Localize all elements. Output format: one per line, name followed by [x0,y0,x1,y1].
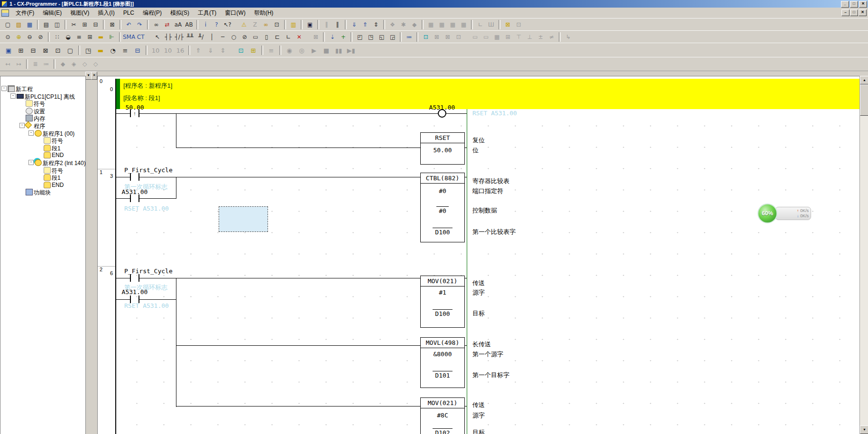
ladder-editor[interactable]: [程序名 : 新程序1] [段名称 : 段1] 0 0 50.00 ↑ A531… [97,76,860,434]
window-properties-button[interactable]: ▢ [64,45,76,56]
tree-item-program2-section1[interactable]: 段1 [0,174,85,181]
instruction-block-ctbl[interactable]: CTBL(882) #0 #0 D100 [420,173,465,242]
go-to-next-reference-button[interactable]: ◱ [376,32,387,42]
instruction-operand[interactable]: #8C [421,411,464,419]
tree-item-program2-symbols[interactable]: 符号 [0,166,85,174]
new-horizontal-button[interactable]: ─ [217,32,228,42]
tree-item-program1-symbols[interactable]: 符号 [0,137,85,144]
work-online-simulator-2-button[interactable]: ⊡ [235,45,247,56]
toggle-watch-window-button[interactable]: ⊟ [27,45,39,56]
tree-item-program2-end[interactable]: END [0,181,85,188]
new-or-closed-contact-button[interactable]: ╨/ [195,32,206,42]
new-closed-contact-button[interactable]: ┤/├ [174,32,185,42]
instruction-operand[interactable]: D100 [421,228,464,236]
show-local-symbols-button[interactable]: ⊩ [106,32,117,42]
go-to-output-button[interactable]: ◳ [365,32,376,42]
show-rung-annotations-button[interactable]: ≡ [74,32,84,42]
new-or-contact-button[interactable]: ╨╨ [185,32,195,42]
pause-button[interactable]: ‖ [332,20,343,30]
new-fb-parameter-button[interactable]: ⊏ [272,32,283,42]
new-fb-invocation-button[interactable]: ▯ [261,32,272,42]
cut-button[interactable]: ✂ [68,20,79,30]
menu-view[interactable]: 视图(V) [66,8,93,18]
go-to-previous-jump-button[interactable]: ◲ [387,32,398,42]
tree-item-memory[interactable]: 内存 [0,114,85,121]
zoom-out-button[interactable]: ⊖ [24,32,35,42]
instruction-block-mov[interactable]: MOV(021) #1 D100 [420,276,465,328]
show-address-reference-button[interactable]: ⊡ [420,32,431,42]
output-coil[interactable] [438,109,446,118]
contact-operand[interactable]: P_First_Cycle [124,166,173,174]
contact[interactable] [130,274,139,282]
instruction-operand[interactable]: 50.00 [421,146,464,154]
redo-button[interactable]: ↷ [134,20,145,30]
show-symbol-bar-button[interactable]: ▬ [95,32,106,42]
tree-item-project-root[interactable]: -新工程 [0,85,85,92]
tree-expander-icon[interactable]: - [28,130,34,136]
zoom-to-fit-button[interactable]: ⊙ [2,32,13,42]
print-button[interactable]: ▤ [41,20,52,30]
show-rung-comments-button[interactable]: ◒ [63,32,74,42]
menu-window[interactable]: 窗口(W) [221,8,249,18]
program-check-button[interactable]: ∞ [260,20,271,30]
new-contact-button[interactable]: ┤├ [163,32,174,42]
toggle-cross-reference-button[interactable]: ⊠ [39,45,52,56]
menu-insert[interactable]: 插入(I) [93,8,119,18]
print-preview-button[interactable]: ◫ [52,20,63,30]
tree-expander-icon[interactable]: - [28,160,34,165]
menu-simulation[interactable]: 模拟(S) [166,8,194,18]
tree-item-programs[interactable]: -程序 [0,122,85,129]
contact-operand[interactable]: P_First_Cycle [124,268,173,275]
contact[interactable] [130,173,139,181]
menu-file[interactable]: 文件(F) [11,8,38,18]
view-ct-button[interactable]: CT [135,32,146,42]
view-mnemonics-button[interactable]: SMA [123,32,135,42]
tree-item-program1[interactable]: -新程序1 (00) [0,129,85,137]
toggle-address-reference-button[interactable]: ⊡ [52,45,64,56]
tree-expander-icon[interactable]: - [1,86,7,91]
change-all-button[interactable]: ⇄ [162,20,173,30]
compile-program-button[interactable]: ⇣ [327,32,338,42]
help-button[interactable]: ? [211,20,222,30]
tree-item-function-blocks[interactable]: 功能块 [0,188,85,195]
toggle-output-window-button[interactable]: ⊞ [15,45,27,56]
toggle-project-workspace-button[interactable]: ▣ [2,45,15,56]
show-io-table-button[interactable]: ⊟ [131,45,144,56]
speed-overlay-ball[interactable]: 60% [757,203,777,223]
go-to-input-button[interactable]: ◰ [354,32,365,42]
instruction-block-mov-2[interactable]: MOV(021) #8C D102 [420,397,465,434]
mdi-close-button[interactable]: ✕ [859,9,867,16]
show-section-list-button[interactable]: ≡ [119,45,131,56]
show-monitor-in-rung-button[interactable]: ⊞ [84,32,95,42]
workspace-close-button[interactable]: ✕ [91,72,97,80]
compare-with-plc-button[interactable]: ⇕ [370,20,381,30]
instruction-operand[interactable]: #0 [421,206,464,215]
mdi-minimize-button[interactable]: – [841,9,850,16]
open-project-button[interactable]: ▧ [13,20,24,30]
tree-item-program2[interactable]: -新程序2 (Int 140) [0,159,85,166]
tree-item-settings[interactable]: 设置 [0,107,85,114]
tree-expander-icon[interactable]: - [19,123,25,128]
instruction-block-rset[interactable]: RSET 50.00 [420,132,465,165]
scroll-down-button[interactable]: ▼ [860,425,868,434]
rung-comment-banner[interactable]: [程序名 : 新程序1] [段名称 : 段1] [116,79,860,109]
menu-edit[interactable]: 编辑(E) [38,8,66,18]
menu-help[interactable]: 帮助(H) [250,8,278,18]
undo-button[interactable]: ↶ [123,20,134,30]
new-vertical-button[interactable]: │ [206,32,217,42]
browse-symbol-usage-button[interactable]: ≔ [404,32,415,42]
tree-item-global-symbols[interactable]: 符号 [0,100,85,107]
context-help-button[interactable]: ↖? [222,20,233,30]
instruction-operand[interactable]: #0 [421,187,464,195]
minimize-button[interactable]: _ [841,1,849,8]
vertical-scrollbar[interactable]: ▲ ▼ [859,76,868,434]
find-button[interactable]: ∞ [151,20,162,30]
paste-button[interactable]: ⊟ [90,20,101,30]
show-rung-wrapping-button[interactable]: ◔ [107,45,119,56]
tree-expander-icon[interactable]: - [10,93,16,99]
instruction-operand[interactable]: D102 [421,428,464,434]
instruction-operand[interactable]: D100 [421,309,464,318]
mdi-child-icon[interactable] [1,9,9,17]
instruction-block-movl[interactable]: MOVL(498) &8000 D101 [420,337,465,388]
copy-button[interactable]: ⊞ [79,20,90,30]
